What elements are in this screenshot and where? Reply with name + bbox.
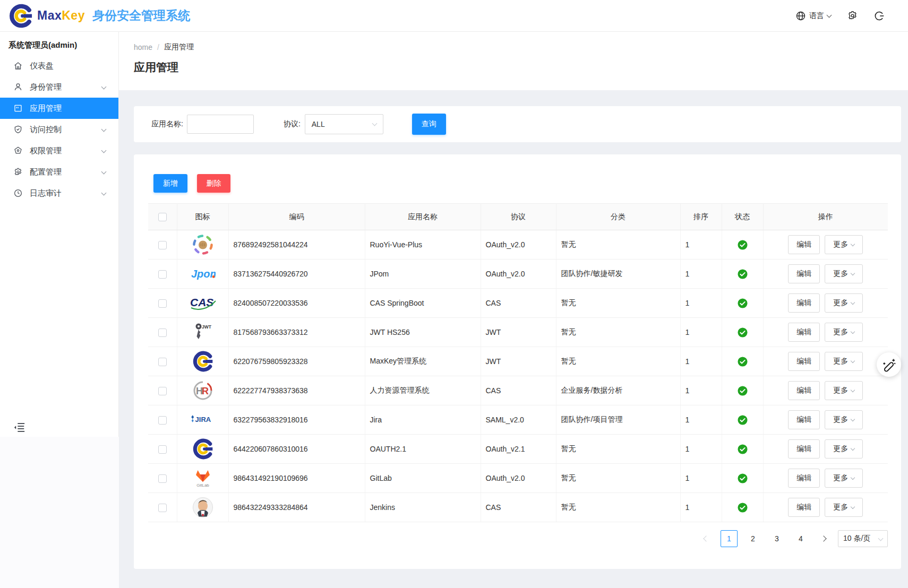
edit-button[interactable]: 编辑 bbox=[788, 439, 820, 459]
sidebar-item-access[interactable]: 访问控制 bbox=[0, 119, 118, 140]
page-button-2[interactable]: 2 bbox=[744, 530, 761, 547]
page-size-select[interactable]: 10 条/页 bbox=[838, 530, 888, 547]
admin-user-title: 系统管理员(admin) bbox=[0, 32, 118, 55]
row-checkbox[interactable] bbox=[158, 474, 167, 483]
sidebar: 系统管理员(admin) 仪表盘身份管理应用管理访问控制权限管理配置管理日志审计 bbox=[0, 32, 119, 437]
edit-button[interactable]: 编辑 bbox=[788, 235, 820, 254]
gitlab-logo: GitLab bbox=[189, 466, 217, 490]
logout-button[interactable] bbox=[874, 11, 885, 21]
edit-button[interactable]: 编辑 bbox=[788, 410, 820, 429]
svg-text:Jpom: Jpom bbox=[191, 268, 216, 280]
search-button[interactable]: 查询 bbox=[412, 114, 446, 135]
sidebar-item-identity[interactable]: 身份管理 bbox=[0, 76, 118, 98]
logout-icon bbox=[874, 11, 885, 21]
more-button[interactable]: 更多 bbox=[825, 235, 863, 254]
chevron-down-icon bbox=[851, 446, 855, 451]
table-header-row: 图标 编码 应用名称 协议 分类 排序 状态 操作 bbox=[148, 204, 888, 230]
language-menu[interactable]: 语言 bbox=[795, 11, 831, 21]
app-name-filter-input[interactable] bbox=[187, 115, 254, 134]
breadcrumb: home / 应用管理 bbox=[134, 42, 908, 52]
app-name-cell: MaxKey管理系统 bbox=[365, 347, 481, 376]
status-enabled-icon bbox=[738, 444, 748, 454]
more-button[interactable]: 更多 bbox=[825, 352, 863, 371]
app-protocol: OAuth_v2.0 bbox=[481, 230, 556, 260]
sidebar-item-config[interactable]: 配置管理 bbox=[0, 161, 118, 183]
row-checkbox[interactable] bbox=[158, 445, 167, 454]
select-all-checkbox[interactable] bbox=[158, 213, 167, 221]
app-name-cell: GitLab bbox=[365, 464, 481, 493]
more-button[interactable]: 更多 bbox=[825, 381, 863, 400]
row-checkbox[interactable] bbox=[158, 387, 167, 395]
row-checkbox[interactable] bbox=[158, 416, 167, 425]
app-code: 986432249333284864 bbox=[228, 493, 365, 522]
settings-button[interactable] bbox=[847, 10, 858, 21]
table-row: 986432249333284864JenkinsCAS暂无1编辑更多 bbox=[148, 493, 888, 522]
app-code: 876892492581044224 bbox=[228, 230, 365, 260]
column-header: 分类 bbox=[556, 204, 680, 230]
app-sort: 1 bbox=[680, 435, 722, 464]
table-row: 622076759805923328MaxKey管理系统JWT暂无1编辑更多 bbox=[148, 347, 888, 376]
more-button[interactable]: 更多 bbox=[825, 293, 863, 313]
sidebar-item-permission[interactable]: 权限管理 bbox=[0, 140, 118, 161]
chevron-down-icon bbox=[851, 388, 855, 392]
row-checkbox[interactable] bbox=[158, 504, 167, 512]
edit-button[interactable]: 编辑 bbox=[788, 352, 820, 371]
app-sort: 1 bbox=[680, 260, 722, 289]
edit-button[interactable]: 编辑 bbox=[788, 264, 820, 283]
more-button[interactable]: 更多 bbox=[825, 498, 863, 517]
app-category: 企业服务/数据分析 bbox=[556, 376, 680, 405]
app-protocol: OAuth_v2.0 bbox=[481, 464, 556, 493]
table-row: JIRA632279563832918016JiraSAML_v2.0团队协作/… bbox=[148, 405, 888, 435]
floating-theme-tool-button[interactable] bbox=[877, 352, 901, 377]
app-protocol: CAS bbox=[481, 376, 556, 405]
status-enabled-icon bbox=[738, 327, 748, 338]
app-sort: 1 bbox=[680, 376, 722, 405]
breadcrumb-home[interactable]: home bbox=[134, 43, 152, 51]
column-header: 应用名称 bbox=[365, 204, 481, 230]
app-code: 644220607860310016 bbox=[228, 435, 365, 464]
app-code: 622076759805923328 bbox=[228, 347, 365, 376]
edit-button[interactable]: 编辑 bbox=[788, 498, 820, 517]
column-header: 操作 bbox=[763, 204, 888, 230]
app-code: 817568793663373312 bbox=[228, 318, 365, 347]
row-checkbox[interactable] bbox=[158, 358, 167, 366]
app-category: 暂无 bbox=[556, 347, 680, 376]
permission-icon bbox=[13, 146, 23, 155]
add-button[interactable]: 新增 bbox=[153, 174, 187, 193]
edit-button[interactable]: 编辑 bbox=[788, 323, 820, 342]
page-button-1[interactable]: 1 bbox=[721, 530, 738, 547]
row-checkbox[interactable] bbox=[158, 241, 167, 249]
delete-button[interactable]: 删除 bbox=[197, 174, 230, 193]
pagination: 1234 10 条/页 bbox=[148, 530, 888, 547]
status-enabled-icon bbox=[738, 357, 748, 367]
table-row: CAS824008507220033536CAS SpringBootCAS暂无… bbox=[148, 289, 888, 318]
maxkey-logo bbox=[189, 349, 217, 374]
row-checkbox[interactable] bbox=[158, 328, 167, 337]
more-button[interactable]: 更多 bbox=[825, 410, 863, 429]
app-category: 暂无 bbox=[556, 318, 680, 347]
app-sort: 1 bbox=[680, 405, 722, 435]
sidebar-item-application[interactable]: 应用管理 bbox=[0, 98, 118, 119]
sidebar-item-audit[interactable]: 日志审计 bbox=[0, 183, 118, 204]
edit-button[interactable]: 编辑 bbox=[788, 469, 820, 488]
protocol-select[interactable]: ALL bbox=[305, 114, 383, 134]
dashboard-icon bbox=[13, 61, 23, 71]
menu-fold-icon[interactable] bbox=[14, 422, 25, 433]
app-name-cell: Jira bbox=[365, 405, 481, 435]
prev-page-button[interactable] bbox=[699, 530, 714, 547]
more-button[interactable]: 更多 bbox=[825, 439, 863, 459]
svg-text:CAS: CAS bbox=[190, 296, 213, 308]
more-button[interactable]: 更多 bbox=[825, 323, 863, 342]
sidebar-item-dashboard[interactable]: 仪表盘 bbox=[0, 55, 118, 76]
page-button-4[interactable]: 4 bbox=[792, 530, 809, 547]
status-enabled-icon bbox=[738, 415, 748, 425]
row-checkbox[interactable] bbox=[158, 299, 167, 308]
next-page-button[interactable] bbox=[816, 530, 831, 547]
app-header: MaxKey 身份安全管理系统 语言 bbox=[0, 0, 908, 32]
more-button[interactable]: 更多 bbox=[825, 469, 863, 488]
edit-button[interactable]: 编辑 bbox=[788, 293, 820, 313]
edit-button[interactable]: 编辑 bbox=[788, 381, 820, 400]
page-button-3[interactable]: 3 bbox=[768, 530, 785, 547]
row-checkbox[interactable] bbox=[158, 270, 167, 279]
more-button[interactable]: 更多 bbox=[825, 264, 863, 283]
